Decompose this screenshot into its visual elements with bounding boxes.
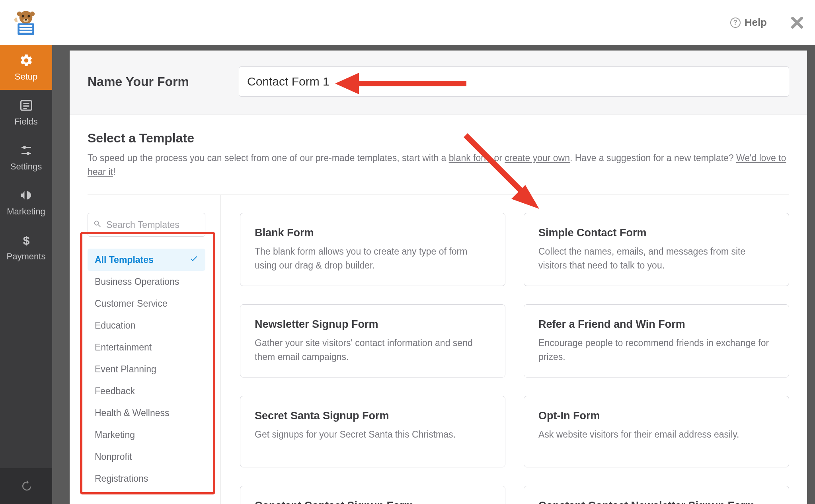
help-label: Help xyxy=(745,16,767,29)
help-link[interactable]: ? Help xyxy=(730,16,767,29)
template-categories-column: All Templates Business Operations Custom… xyxy=(88,195,221,504)
sidebar-item-marketing[interactable]: Marketing xyxy=(0,180,52,225)
form-icon xyxy=(19,98,33,113)
template-card-constant-contact-newsletter[interactable]: Constant Contact Newsletter Signup Form … xyxy=(524,486,789,504)
name-form-label: Name Your Form xyxy=(88,74,239,89)
template-card-blank-form[interactable]: Blank Form The blank form allows you to … xyxy=(240,213,505,286)
svg-text:$: $ xyxy=(23,234,29,247)
category-health-wellness[interactable]: Health & Wellness xyxy=(88,402,205,424)
svg-rect-8 xyxy=(19,25,33,26)
select-template-heading: Select a Template To speed up the proces… xyxy=(70,115,807,183)
category-nonprofit[interactable]: Nonprofit xyxy=(88,446,205,468)
template-card-refer-friend[interactable]: Refer a Friend and Win Form Encourage pe… xyxy=(524,304,789,378)
category-feedback[interactable]: Feedback xyxy=(88,380,205,402)
create-own-link[interactable]: create your own xyxy=(505,153,570,163)
sidebar-label: Settings xyxy=(10,162,42,172)
search-icon xyxy=(93,220,102,230)
help-icon: ? xyxy=(730,18,741,28)
category-education[interactable]: Education xyxy=(88,315,205,337)
category-label: Entertainment xyxy=(95,342,152,353)
sidebar-nav: Setup Fields Settings Marketing $ Paymen… xyxy=(0,45,52,504)
template-area: All Templates Business Operations Custom… xyxy=(70,195,807,504)
template-desc: Get signups for your Secret Santa this C… xyxy=(255,428,491,442)
history-icon xyxy=(20,480,32,492)
category-label: Registrations xyxy=(95,473,148,484)
category-event-planning[interactable]: Event Planning xyxy=(88,358,205,380)
gear-icon xyxy=(19,53,33,68)
template-card-constant-contact-signup[interactable]: Constant Contact Signup Form Let your vi… xyxy=(240,486,505,504)
template-card-simple-contact-form[interactable]: Simple Contact Form Collect the names, e… xyxy=(524,213,789,286)
sidebar-item-settings[interactable]: Settings xyxy=(0,135,52,180)
template-card-secret-santa[interactable]: Secret Santa Signup Form Get signups for… xyxy=(240,396,505,467)
bullhorn-icon xyxy=(19,188,33,202)
template-title: Opt-In Form xyxy=(538,410,774,422)
dollar-icon: $ xyxy=(19,233,33,247)
template-desc: Collect the names, emails, and messages … xyxy=(538,245,774,272)
sliders-icon xyxy=(19,143,33,158)
category-marketing[interactable]: Marketing xyxy=(88,424,205,446)
template-title: Newsletter Signup Form xyxy=(255,318,491,331)
template-card-opt-in[interactable]: Opt-In Form Ask website visitors for the… xyxy=(524,396,789,467)
sidebar-item-payments[interactable]: $ Payments xyxy=(0,225,52,270)
category-label: Health & Wellness xyxy=(95,408,170,418)
category-business-operations[interactable]: Business Operations xyxy=(88,271,205,293)
close-button[interactable] xyxy=(779,16,815,29)
sidebar-history-button[interactable] xyxy=(0,468,52,504)
svg-point-17 xyxy=(23,146,26,149)
category-label: Event Planning xyxy=(95,364,156,375)
category-label: Marketing xyxy=(95,430,135,440)
svg-rect-10 xyxy=(19,31,33,32)
category-entertainment[interactable]: Entertainment xyxy=(88,337,205,358)
main-panel: Name Your Form Select a Template To spee… xyxy=(70,51,807,504)
template-desc: Encourage people to recommend friends in… xyxy=(538,336,774,364)
category-label: Business Operations xyxy=(95,276,179,287)
check-icon xyxy=(189,254,198,265)
svg-point-4 xyxy=(25,19,27,20)
category-registrations[interactable]: Registrations xyxy=(88,468,205,490)
sidebar-label: Marketing xyxy=(7,206,45,217)
wpforms-logo-icon xyxy=(11,8,41,37)
category-label: Nonprofit xyxy=(95,451,132,462)
category-customer-service[interactable]: Customer Service xyxy=(88,293,205,315)
blank-form-link[interactable]: blank form xyxy=(449,153,491,163)
search-wrap xyxy=(88,213,205,237)
template-card-newsletter-signup[interactable]: Newsletter Signup Form Gather your site … xyxy=(240,304,505,378)
search-templates-input[interactable] xyxy=(88,213,205,237)
sidebar-label: Fields xyxy=(14,117,38,127)
template-title: Constant Contact Newsletter Signup Form xyxy=(538,500,774,504)
category-label: Education xyxy=(95,320,135,331)
category-label: All Templates xyxy=(95,255,154,265)
sidebar-item-fields[interactable]: Fields xyxy=(0,90,52,135)
category-label: Customer Service xyxy=(95,298,168,309)
template-desc: The blank form allows you to create any … xyxy=(255,245,491,272)
svg-point-6 xyxy=(30,11,35,16)
category-all-templates[interactable]: All Templates xyxy=(88,249,205,271)
category-label: Feedback xyxy=(95,386,135,397)
template-title: Secret Santa Signup Form xyxy=(255,410,491,422)
svg-point-18 xyxy=(26,152,29,155)
category-list: All Templates Business Operations Custom… xyxy=(88,249,205,490)
sidebar-label: Setup xyxy=(15,72,38,82)
form-name-input[interactable] xyxy=(239,66,789,97)
template-cards-grid: Blank Form The blank form allows you to … xyxy=(221,195,789,504)
close-icon xyxy=(790,16,804,29)
app-logo[interactable] xyxy=(0,0,52,45)
template-title: Simple Contact Form xyxy=(538,227,774,239)
svg-point-5 xyxy=(17,11,22,16)
template-title: Blank Form xyxy=(255,227,491,239)
select-template-description: To speed up the process you can select f… xyxy=(88,151,789,179)
svg-point-2 xyxy=(27,15,30,17)
svg-point-1 xyxy=(22,15,24,17)
template-desc: Ask website visitors for their email add… xyxy=(538,428,774,442)
template-title: Refer a Friend and Win Form xyxy=(538,318,774,331)
name-form-section: Name Your Form xyxy=(70,51,807,115)
template-desc: Gather your site visitors' contact infor… xyxy=(255,336,491,364)
template-title: Constant Contact Signup Form xyxy=(255,500,491,504)
sidebar-item-setup[interactable]: Setup xyxy=(0,45,52,90)
sidebar-label: Payments xyxy=(7,251,46,262)
topbar: ? Help xyxy=(0,0,815,45)
select-template-title: Select a Template xyxy=(88,131,789,146)
svg-rect-9 xyxy=(19,28,33,29)
